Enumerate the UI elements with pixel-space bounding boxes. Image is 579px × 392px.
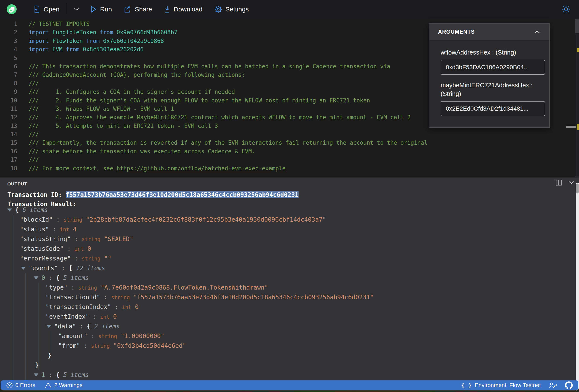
split-view-button[interactable] [556, 180, 562, 186]
maybe-mint-erc721-address-input[interactable] [441, 101, 545, 116]
line-number: 14 [0, 130, 17, 139]
share-label: Share [135, 6, 152, 13]
code-token [79, 46, 83, 53]
json-token: : [53, 216, 64, 223]
json-tree-row: "transactionId" : string "f557a1573b76aa… [0, 292, 575, 302]
json-tree-row: "status" : int 4 [0, 224, 575, 234]
code-token: 0x8c5303eaa26202d6 [83, 46, 144, 53]
json-tree-row: 1 : { 5 items [0, 370, 575, 380]
open-dropdown-button[interactable] [73, 7, 80, 11]
json-token: : [49, 226, 60, 233]
json-tree: { 6 items"blockId" : string "2b28cbfb87d… [0, 205, 575, 391]
flow-logo[interactable] [6, 4, 17, 14]
code-line: 17/// [0, 156, 579, 164]
code-token: /// For more context, see [29, 165, 117, 172]
code-token: FlowToken [53, 38, 83, 44]
chevron-down-icon [568, 181, 575, 185]
json-token: 0 [113, 313, 117, 320]
output-scrollbar-thumb[interactable] [576, 183, 579, 193]
code-token: /// 5. Attempts to mint an ERC721 token … [29, 123, 218, 129]
collapse-triangle[interactable] [7, 209, 12, 212]
json-token [100, 235, 104, 243]
share-button[interactable]: Share [124, 6, 152, 13]
code-token: /// [29, 80, 39, 87]
json-token: "amount" [58, 333, 87, 339]
wflow-address-input[interactable] [441, 60, 545, 75]
json-tree-row: 0 : { 5 items [0, 273, 575, 283]
json-token: "A.7e60df042a9c0868.FlowToken.TokensWith… [101, 284, 268, 291]
json-token [84, 245, 87, 252]
json-token: 2 items [94, 323, 120, 330]
collapse-triangle[interactable] [34, 373, 38, 377]
json-token: 4 [73, 226, 77, 233]
theme-toggle-button[interactable] [561, 4, 571, 14]
warnings-label: 2 Warnings [54, 382, 82, 389]
arguments-header[interactable]: ARGUMENTS [429, 23, 549, 40]
json-token: : [80, 342, 91, 349]
errors-status[interactable]: 0 Errors [6, 382, 35, 389]
collapse-triangle[interactable] [34, 277, 38, 280]
json-token: { [87, 323, 94, 330]
json-token: "type" [46, 284, 67, 291]
collapse-output-button[interactable] [568, 181, 575, 185]
editor-scrollbar[interactable] [575, 19, 579, 177]
line-number: 7 [0, 71, 17, 79]
json-token [117, 333, 121, 339]
json-token: "status" [20, 226, 49, 233]
open-label: Open [44, 6, 59, 13]
run-button[interactable]: Run [90, 6, 112, 13]
line-number: 8 [0, 79, 17, 88]
warning-marker [577, 124, 579, 130]
json-token: "transactionIndex" [46, 303, 111, 311]
warnings-status[interactable]: 2 Warnings [45, 382, 82, 389]
code-token: /// Importantly, the transaction is reve… [29, 140, 428, 146]
line-number: 2 [0, 28, 17, 37]
code-token: import [29, 38, 49, 44]
environment-indicator[interactable]: { } Environment: Flow Testnet [461, 382, 541, 389]
user-feedback-icon [549, 382, 557, 389]
json-tree-row: "statusCode" : int 0 [0, 244, 575, 254]
code-line: 16/// state before the transaction was e… [0, 147, 579, 156]
json-token: 12 items [76, 265, 105, 272]
code-token: /// 1. Configures a COA in the signer's … [29, 89, 235, 95]
github-icon [565, 382, 573, 389]
json-token [100, 255, 104, 262]
warning-marker [577, 48, 579, 52]
argument-label: wflowAddressHex : (String) [441, 48, 541, 57]
json-token: 1 [41, 371, 45, 378]
ruler-position-marker [566, 126, 576, 128]
code-token [63, 46, 66, 53]
code-token: 0x9a0766d93b6608b7 [117, 29, 177, 36]
code-link[interactable]: https://github.com/onflow/batched-evm-ex… [117, 165, 286, 172]
code-token: import [29, 46, 49, 53]
code-token: /// 3. Wraps FLOW as WFLOW - EVM call 1 [29, 106, 174, 112]
json-token: : [87, 333, 98, 339]
download-button[interactable]: Download [164, 6, 203, 13]
feedback-button[interactable] [549, 382, 557, 389]
json-token: string [82, 236, 101, 242]
editor-scrollbar-thumb[interactable] [575, 19, 579, 33]
code-token: /// CadenceOwnedAccount (COA), performin… [29, 72, 245, 78]
arguments-body: wflowAddressHex : (String) maybeMintERC7… [429, 40, 549, 127]
output-scrollbar[interactable] [576, 183, 579, 391]
code-token: /// 2. Funds the signer's COA with enoug… [29, 97, 370, 104]
json-tree-row: "transactionIndex" : int 0 [0, 302, 575, 312]
code-token [96, 29, 100, 36]
chevron-up-icon[interactable] [534, 30, 540, 34]
json-token [110, 342, 113, 349]
json-tree-row: "errorMessage" : string "" [0, 254, 575, 263]
github-button[interactable] [565, 382, 573, 389]
json-tree-row: "statusString" : string "SEALED" [0, 234, 575, 244]
json-token [97, 284, 101, 291]
open-button[interactable]: Open [34, 6, 59, 13]
collapse-triangle[interactable] [21, 267, 26, 270]
settings-button[interactable]: Settings [215, 6, 249, 13]
argument-label: maybeMintERC721AddressHex : (String) [441, 81, 541, 98]
json-token: : [76, 323, 87, 330]
json-token: } [35, 362, 39, 369]
json-tree-row: { 6 items [0, 205, 575, 215]
json-token: : [45, 371, 56, 378]
json-token: "eventIndex" [46, 313, 89, 320]
collapse-triangle[interactable] [46, 325, 51, 328]
json-token: 0 [41, 274, 45, 281]
